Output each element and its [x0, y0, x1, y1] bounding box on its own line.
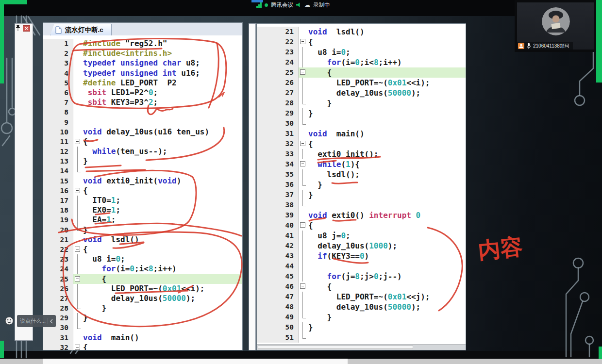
- editor-tab-bar: 流水灯中断.c: [43, 23, 242, 36]
- code-text: {: [83, 274, 242, 284]
- fold-margin: [73, 117, 83, 127]
- code-text: typedef unsigned char u8;: [83, 58, 242, 68]
- code-line: 25 {: [43, 274, 242, 284]
- line-number: 33: [257, 149, 299, 159]
- code-line: 18 EX0=1;: [43, 205, 242, 215]
- editor-panel-right[interactable]: 21void lsdl()22{23 u8 i=0;24 for(i=0;i<8…: [256, 23, 466, 350]
- code-line: 34 while(1){: [257, 159, 466, 169]
- code-text: u8 i=0;: [83, 254, 242, 264]
- code-text: u8 i=0;: [308, 47, 466, 57]
- line-number: 49: [257, 312, 299, 322]
- code-text: void lsdl(): [308, 27, 466, 37]
- code-text: sbit KEY3=P3^2;: [83, 98, 242, 107]
- fold-toggle[interactable]: [299, 139, 308, 149]
- fold-margin: [299, 27, 308, 37]
- line-number: 22: [43, 245, 73, 254]
- right-code-area[interactable]: 21void lsdl()22{23 u8 i=0;24 for(i=0;i<8…: [257, 24, 466, 350]
- line-number: 16: [43, 186, 73, 196]
- line-number: 35: [257, 169, 299, 180]
- code-text: }: [83, 225, 242, 235]
- left-code-area[interactable]: 1#include "reg52.h"2#include<intrins.h>3…: [43, 35, 242, 350]
- code-line: 26 LED_PORT=~(0x01<<i);: [43, 284, 242, 294]
- code-text: {: [83, 343, 242, 350]
- line-number: 39: [257, 210, 299, 220]
- code-text: [83, 166, 242, 176]
- fold-margin: [299, 292, 308, 302]
- code-line: 21void lsdl(): [43, 235, 242, 245]
- line-number: 25: [257, 67, 299, 78]
- scrollbar-thumb[interactable]: [258, 346, 413, 349]
- code-line: 8: [43, 107, 242, 117]
- code-text: }: [83, 156, 242, 166]
- recording-label: 录制中: [313, 1, 330, 9]
- line-number: 6: [43, 88, 73, 98]
- fold-toggle[interactable]: [299, 281, 308, 292]
- line-number: 18: [43, 205, 73, 215]
- right-panel-edge-strip[interactable]: [249, 23, 256, 350]
- fold-toggle[interactable]: [299, 159, 308, 169]
- fold-toggle[interactable]: [73, 274, 83, 284]
- handwritten-annotation: 内容: [477, 233, 524, 263]
- speaker-icon[interactable]: [296, 2, 301, 8]
- code-text: u8 j=0;: [308, 231, 466, 241]
- line-number: 25: [43, 274, 73, 284]
- fold-margin: [73, 49, 83, 58]
- fold-margin: [73, 166, 83, 176]
- fold-toggle[interactable]: [73, 186, 83, 196]
- docked-panel-strip[interactable]: [15, 23, 33, 341]
- close-icon: [25, 27, 28, 30]
- screen-share-view: 腾讯会议 ☁ 录制中 流水灯中断.c 1#include "reg52.h"2#…: [0, 0, 602, 364]
- code-line: 26 LED_PORT=~(0x01<<i);: [257, 78, 466, 88]
- emoji-icon[interactable]: [5, 316, 14, 325]
- code-line: 29}: [257, 108, 466, 118]
- green-edge-right-bottom: [599, 347, 602, 359]
- chevron-left-icon[interactable]: [50, 319, 53, 324]
- code-text: void exti0() interrupt 0: [308, 210, 466, 220]
- code-text: {: [83, 245, 242, 254]
- fold-margin: [299, 47, 308, 57]
- fold-margin: [299, 169, 308, 180]
- line-number: 23: [257, 47, 299, 57]
- code-line: 30: [43, 323, 242, 332]
- fold-margin: [73, 235, 83, 245]
- tab-file[interactable]: 流水灯中断.c: [50, 24, 112, 35]
- line-number: 24: [43, 264, 73, 274]
- code-line: 9: [43, 117, 242, 127]
- horizontal-scrollbar[interactable]: [257, 344, 466, 350]
- code-text: [308, 200, 466, 210]
- app-name-label: 腾讯会议: [271, 1, 293, 9]
- code-line: 22{: [43, 245, 242, 254]
- line-number: 27: [257, 88, 299, 98]
- code-text: #include<intrins.h>: [83, 49, 242, 58]
- pushpin-icon[interactable]: [15, 24, 21, 32]
- chat-input[interactable]: 说点什么...: [17, 315, 56, 327]
- fold-toggle[interactable]: [73, 137, 83, 147]
- fold-toggle[interactable]: [299, 220, 308, 231]
- code-text: delay_10us(1000);: [308, 241, 466, 251]
- line-number: 3: [43, 58, 73, 68]
- code-text: {: [83, 137, 242, 147]
- fold-margin: [73, 225, 83, 235]
- code-line: 17 IT0=1;: [43, 196, 242, 205]
- code-line: 50}: [257, 322, 466, 332]
- code-text: IT0=1;: [83, 196, 242, 205]
- fold-margin: [299, 251, 308, 261]
- code-line: 11{: [43, 137, 242, 147]
- line-number: 2: [43, 49, 73, 58]
- line-number: 43: [257, 251, 299, 261]
- code-text: if(KEY3==0): [308, 251, 466, 261]
- code-text: void main(): [308, 129, 466, 139]
- code-text: }: [308, 312, 466, 322]
- fold-margin: [299, 108, 308, 118]
- fold-margin: [73, 215, 83, 225]
- code-line: 32{: [43, 343, 242, 350]
- fold-toggle[interactable]: [73, 245, 83, 254]
- code-text: [308, 332, 466, 343]
- fold-toggle[interactable]: [73, 343, 83, 350]
- meeting-status-bar[interactable]: 腾讯会议 ☁ 录制中: [256, 1, 330, 9]
- fold-toggle[interactable]: [299, 67, 308, 78]
- line-number: 12: [43, 147, 73, 156]
- editor-panel-left[interactable]: 流水灯中断.c 1#include "reg52.h"2#include<int…: [43, 22, 243, 350]
- fold-toggle[interactable]: [299, 37, 308, 47]
- close-panel-button[interactable]: [23, 25, 30, 32]
